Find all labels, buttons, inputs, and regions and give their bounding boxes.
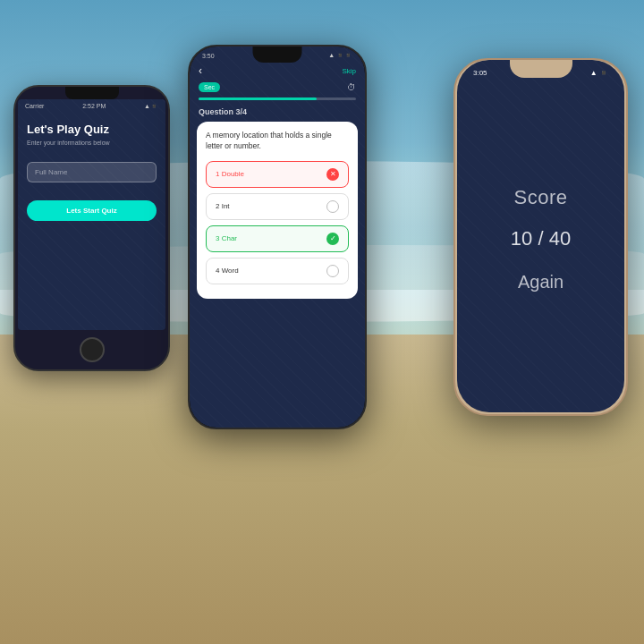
left-name-input[interactable]: Full Name	[27, 162, 157, 182]
timer-badge: Sec	[199, 82, 220, 92]
left-signal: ▲◾	[144, 103, 158, 110]
question-label: Question 3/4	[190, 102, 365, 120]
phone-center-screen: 3:50 ▲ ◾◾ ‹ Skip Sec ⏱ Question 3/4 A me…	[190, 47, 365, 428]
center-timer-row: Sec ⏱	[190, 80, 365, 96]
answer-4-text: 4 Word	[216, 267, 239, 275]
right-time: 3:05	[473, 69, 487, 77]
again-button[interactable]: Again	[518, 272, 564, 292]
left-time: 2:52 PM	[82, 103, 106, 110]
phone-right: 3:05 ▲ ◾ Score 10 / 40 Again	[453, 58, 628, 416]
answer-option-3[interactable]: 3 Char ✓	[206, 225, 349, 252]
left-status-bar: Carrier 2:52 PM ▲◾	[18, 99, 165, 112]
left-content: Let's Play Quiz Enter your informations …	[18, 112, 165, 232]
phone-left-home-button[interactable]	[80, 337, 105, 362]
answer-2-icon	[326, 200, 339, 213]
score-title: Score	[514, 186, 568, 209]
left-carrier: Carrier	[25, 103, 44, 110]
answer-option-1[interactable]: 1 Double ✕	[206, 161, 349, 188]
score-value: 10 / 40	[511, 227, 571, 250]
question-card: A memory location that holds a single le…	[197, 122, 358, 299]
right-icons: ▲ ◾	[590, 69, 608, 77]
center-nav: ‹ Skip	[190, 61, 365, 80]
answer-option-2[interactable]: 2 Int	[206, 193, 349, 220]
phone-center: 3:50 ▲ ◾◾ ‹ Skip Sec ⏱ Question 3/4 A me…	[188, 45, 367, 429]
progress-bar	[199, 97, 356, 100]
center-icons: ▲ ◾◾	[328, 52, 352, 59]
answer-1-icon: ✕	[326, 168, 339, 181]
left-title: Let's Play Quiz	[27, 123, 157, 137]
phone-left-screen: Carrier 2:52 PM ▲◾ Let's Play Quiz Enter…	[18, 99, 165, 330]
answer-1-text: 1 Double	[216, 170, 244, 178]
progress-fill	[199, 97, 317, 100]
timer-icon: ⏱	[347, 82, 356, 92]
answer-option-4[interactable]: 4 Word	[206, 258, 349, 284]
phone-left-notch	[65, 87, 119, 99]
answer-3-text: 3 Char	[216, 234, 237, 242]
answer-2-text: 2 Int	[216, 202, 230, 210]
phone-left: Carrier 2:52 PM ▲◾ Let's Play Quiz Enter…	[13, 85, 170, 371]
question-text: A memory location that holds a single le…	[206, 131, 349, 152]
skip-button[interactable]: Skip	[342, 67, 356, 75]
back-button[interactable]: ‹	[199, 64, 202, 77]
answer-4-icon	[326, 265, 339, 277]
left-subtitle: Enter your informations below	[27, 140, 157, 146]
right-content: Score 10 / 40 Again	[457, 80, 624, 397]
phone-right-notch	[510, 60, 572, 78]
center-time: 3:50	[202, 53, 215, 59]
phone-right-screen: 3:05 ▲ ◾ Score 10 / 40 Again	[457, 60, 624, 412]
answer-3-icon: ✓	[326, 233, 339, 245]
left-start-button[interactable]: Lets Start Quiz	[27, 200, 157, 221]
phone-center-notch	[253, 47, 302, 63]
